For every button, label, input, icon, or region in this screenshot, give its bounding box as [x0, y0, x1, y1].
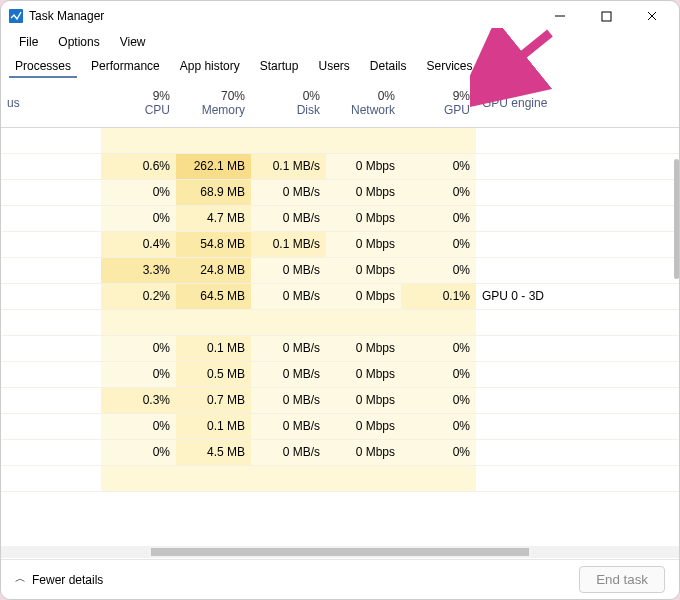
cell-network: 0 Mbps [326, 283, 401, 309]
col-cpu[interactable]: 9% CPU [101, 79, 176, 127]
cell-memory: 64.5 MB [176, 283, 251, 309]
col-status[interactable]: us [1, 79, 101, 127]
cell-gpu: 0% [401, 335, 476, 361]
cell-status [1, 439, 101, 465]
tab-details[interactable]: Details [360, 54, 417, 78]
maximize-button[interactable] [583, 1, 629, 31]
cell-cpu: 0% [101, 179, 176, 205]
cell-cpu: 0% [101, 205, 176, 231]
cell-cpu: 0.6% [101, 153, 176, 179]
tab-performance[interactable]: Performance [81, 54, 170, 78]
cell-gpu: 0% [401, 413, 476, 439]
cell-cpu: 0.4% [101, 231, 176, 257]
table-row[interactable]: 0%0.5 MB0 MB/s0 Mbps0% [1, 361, 679, 387]
cell-gpu: 0% [401, 153, 476, 179]
vertical-scrollbar[interactable] [674, 159, 679, 279]
cell-gpu: 0.1% [401, 283, 476, 309]
cell-status [1, 335, 101, 361]
tab-services[interactable]: Services [417, 54, 483, 78]
menubar: File Options View [1, 31, 679, 53]
process-table: us 9% CPU 70% Memory 0% Disk [1, 79, 679, 492]
cell-memory: 262.1 MB [176, 153, 251, 179]
cell-gpu: 0% [401, 439, 476, 465]
cell-status [1, 205, 101, 231]
cell-gpu-engine [476, 153, 679, 179]
cell-gpu-engine [476, 361, 679, 387]
tabbar: Processes Performance App history Startu… [1, 53, 679, 79]
table-row[interactable]: 0%0.1 MB0 MB/s0 Mbps0% [1, 413, 679, 439]
window-title: Task Manager [29, 9, 104, 23]
table-row[interactable]: 0.3%0.7 MB0 MB/s0 Mbps0% [1, 387, 679, 413]
cell-gpu: 0% [401, 361, 476, 387]
table-row[interactable]: 0%4.5 MB0 MB/s0 Mbps0% [1, 439, 679, 465]
cell-disk: 0 MB/s [251, 205, 326, 231]
table-row[interactable]: 0.4%54.8 MB0.1 MB/s0 Mbps0% [1, 231, 679, 257]
cell-disk: 0 MB/s [251, 283, 326, 309]
cell-status [1, 179, 101, 205]
cell-network: 0 Mbps [326, 179, 401, 205]
spacer-row [1, 309, 679, 335]
cell-network: 0 Mbps [326, 439, 401, 465]
col-cpu-label: CPU [145, 103, 170, 117]
process-table-area: us 9% CPU 70% Memory 0% Disk [1, 79, 679, 559]
cell-memory: 0.5 MB [176, 361, 251, 387]
horizontal-scrollbar[interactable] [1, 546, 679, 558]
task-manager-icon [9, 9, 23, 23]
col-network[interactable]: 0% Network [326, 79, 401, 127]
cell-memory: 4.5 MB [176, 439, 251, 465]
menu-file[interactable]: File [9, 33, 48, 51]
col-memory[interactable]: 70% Memory [176, 79, 251, 127]
close-button[interactable] [629, 1, 675, 31]
menu-options[interactable]: Options [48, 33, 109, 51]
cell-network: 0 Mbps [326, 387, 401, 413]
cell-disk: 0 MB/s [251, 361, 326, 387]
tab-startup[interactable]: Startup [250, 54, 309, 78]
titlebar[interactable]: Task Manager [1, 1, 679, 31]
cell-gpu-engine [476, 335, 679, 361]
tab-processes[interactable]: Processes [5, 54, 81, 78]
cell-disk: 0 MB/s [251, 257, 326, 283]
table-row[interactable]: 0%4.7 MB0 MB/s0 Mbps0% [1, 205, 679, 231]
cell-gpu: 0% [401, 205, 476, 231]
cell-status [1, 413, 101, 439]
svg-rect-2 [602, 12, 611, 21]
table-row[interactable]: 3.3%24.8 MB0 MB/s0 Mbps0% [1, 257, 679, 283]
col-gpu-pct: 9% [407, 89, 470, 103]
cell-memory: 0.7 MB [176, 387, 251, 413]
cell-disk: 0 MB/s [251, 387, 326, 413]
minimize-button[interactable] [537, 1, 583, 31]
cell-disk: 0.1 MB/s [251, 153, 326, 179]
cell-memory: 24.8 MB [176, 257, 251, 283]
footer: ︿ Fewer details End task [1, 559, 679, 599]
spacer-row [1, 465, 679, 491]
cell-gpu-engine [476, 439, 679, 465]
cell-cpu: 0% [101, 361, 176, 387]
cell-memory: 54.8 MB [176, 231, 251, 257]
tab-users[interactable]: Users [308, 54, 359, 78]
tab-app-history[interactable]: App history [170, 54, 250, 78]
end-task-button[interactable]: End task [579, 566, 665, 593]
cell-gpu: 0% [401, 231, 476, 257]
col-disk-pct: 0% [257, 89, 320, 103]
menu-view[interactable]: View [110, 33, 156, 51]
col-disk[interactable]: 0% Disk [251, 79, 326, 127]
col-gpu-label: GPU [444, 103, 470, 117]
col-gpu[interactable]: 9% GPU [401, 79, 476, 127]
cell-disk: 0 MB/s [251, 179, 326, 205]
table-row[interactable]: 0.6%262.1 MB0.1 MB/s0 Mbps0% [1, 153, 679, 179]
col-status-label: us [7, 96, 20, 110]
cell-network: 0 Mbps [326, 153, 401, 179]
cell-disk: 0.1 MB/s [251, 231, 326, 257]
col-mem-pct: 70% [182, 89, 245, 103]
horizontal-scrollbar-thumb[interactable] [151, 548, 529, 556]
table-row[interactable]: 0.2%64.5 MB0 MB/s0 Mbps0.1%GPU 0 - 3D [1, 283, 679, 309]
cell-status [1, 257, 101, 283]
cell-status [1, 361, 101, 387]
cell-disk: 0 MB/s [251, 413, 326, 439]
cell-disk: 0 MB/s [251, 335, 326, 361]
cell-network: 0 Mbps [326, 231, 401, 257]
table-row[interactable]: 0%0.1 MB0 MB/s0 Mbps0% [1, 335, 679, 361]
fewer-details-link[interactable]: Fewer details [32, 573, 103, 587]
table-row[interactable]: 0%68.9 MB0 MB/s0 Mbps0% [1, 179, 679, 205]
col-gpu-engine[interactable]: GPU engine [476, 79, 679, 127]
